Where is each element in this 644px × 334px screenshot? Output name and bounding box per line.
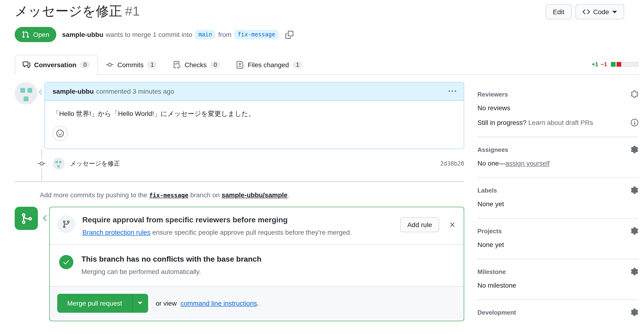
pr-header: メッセージを修正#1 Edit Code — [15, 3, 638, 20]
avatar-pixel — [20, 88, 25, 93]
branch-protection-rule-section: Require approval from specific reviewers… — [50, 208, 464, 245]
gear-icon[interactable] — [631, 309, 638, 316]
diffstat-block-neutral — [628, 62, 633, 67]
head-branch-label[interactable]: fix-message — [234, 30, 278, 40]
tab-checks-count: 0 — [210, 61, 220, 69]
diffstat-block-neutral — [634, 62, 638, 67]
smiley-reaction-icon[interactable] — [52, 126, 68, 141]
commit-sha-link[interactable]: 2d38b20 — [440, 160, 464, 167]
tab-conversation[interactable]: Conversation 0 — [15, 55, 98, 75]
diffstat: +1 −1 — [592, 61, 638, 74]
milestone-heading: Milestone — [478, 268, 506, 275]
tab-files-changed-label: Files changed — [248, 61, 289, 69]
diffstat-blocks — [610, 62, 638, 67]
edit-button-label: Edit — [553, 8, 564, 16]
pr-number: #1 — [125, 4, 140, 18]
commit-message-link[interactable]: メッセージを修正 — [70, 160, 120, 168]
diffstat-additions: +1 — [592, 61, 598, 68]
push-hint-repo-link[interactable]: sample-ubbu/sample — [222, 191, 288, 199]
git-commit-icon — [36, 159, 47, 169]
sidebar-section-reviewers: Reviewers No reviews Still in progress? … — [478, 84, 638, 138]
avatar-pixel — [59, 161, 62, 164]
tab-commits[interactable]: Commits 1 — [98, 55, 165, 75]
comment-discussion-icon — [23, 61, 30, 69]
merge-actions-footer: Merge pull request or view command line … — [50, 287, 464, 321]
labels-heading: Labels — [478, 187, 497, 194]
edit-button[interactable]: Edit — [546, 4, 571, 20]
sidebar-section-assignees: Assignees No one—assign yourself — [478, 138, 638, 178]
mergeability-section: This branch has no conflicts with the ba… — [50, 244, 464, 287]
comment-meta: commented 3 minutes ago — [96, 88, 174, 95]
diffstat-block-added — [611, 62, 616, 67]
pr-description-comment: sample-ubbu commented 3 minutes ago 「Hel… — [44, 82, 464, 149]
labels-empty-text: None yet — [478, 200, 638, 208]
assignees-heading: Assignees — [478, 146, 508, 153]
pr-sidebar: Reviewers No reviews Still in progress? … — [478, 82, 638, 327]
code-icon — [582, 8, 590, 16]
rule-subtitle-text: ensure specific people approve pull requ… — [152, 228, 352, 236]
base-branch-label[interactable]: main — [195, 30, 215, 40]
commit-row: メッセージを修正 2d38b20 — [15, 158, 464, 170]
chevron-down-icon — [612, 11, 617, 13]
kebab-menu-icon[interactable] — [448, 88, 456, 95]
sidebar-section-milestone: Milestone No milestone — [478, 260, 638, 300]
copy-icon[interactable] — [285, 31, 293, 39]
gear-icon[interactable] — [631, 187, 638, 194]
reviewers-empty-text: No reviews — [478, 104, 638, 112]
from-word: from — [218, 31, 232, 38]
tab-commits-count: 1 — [148, 61, 157, 69]
git-commit-icon — [106, 61, 114, 69]
avatar[interactable] — [15, 82, 38, 105]
close-icon[interactable] — [448, 221, 456, 229]
discussion-timeline: sample-ubbu commented 3 minutes ago 「Hel… — [15, 82, 464, 327]
code-button-label: Code — [593, 8, 609, 16]
file-diff-icon — [236, 61, 244, 69]
tab-checks[interactable]: Checks 0 — [165, 55, 228, 75]
projects-empty-text: None yet — [478, 241, 638, 248]
learn-draft-prs-link[interactable]: Learn about draft PRs — [528, 119, 593, 126]
chevron-down-icon — [138, 302, 143, 304]
add-rule-button-label: Add rule — [408, 221, 432, 229]
push-hint-suffix: . — [288, 191, 289, 199]
pull-request-page: メッセージを修正#1 Edit Code Open sample-ubbu wa… — [0, 0, 644, 334]
check-icon — [59, 255, 73, 269]
comment-body-text: 「Hello 世界!」から「Hello World!」にメッセージを変更しました… — [52, 109, 456, 119]
git-merge-icon — [15, 207, 38, 230]
diffstat-block-neutral — [622, 62, 627, 67]
tab-checks-label: Checks — [184, 61, 206, 69]
diffstat-block-deleted — [616, 62, 621, 67]
pr-author[interactable]: sample-ubbu — [62, 31, 104, 38]
sidebar-section-development: Development — [478, 300, 638, 327]
branch-protection-rules-link[interactable]: Branch protection rules — [82, 228, 150, 236]
pr-tab-nav: Conversation 0 Commits 1 Checks 0 Files … — [15, 55, 638, 75]
assign-yourself-link[interactable]: assign yourself — [505, 160, 550, 167]
gear-icon[interactable] — [631, 146, 638, 154]
merge-box: Require approval from specific reviewers… — [49, 207, 464, 321]
development-heading: Development — [478, 309, 516, 316]
cli-suffix: . — [257, 300, 259, 307]
avatar-pixel — [24, 97, 28, 102]
push-hint-middle: branch on — [190, 191, 220, 199]
git-branch-icon — [57, 216, 75, 234]
tab-files-changed[interactable]: Files changed 1 — [228, 55, 311, 75]
merge-pull-request-button[interactable]: Merge pull request — [57, 294, 132, 313]
add-rule-button[interactable]: Add rule — [400, 218, 439, 232]
sidebar-section-labels: Labels None yet — [478, 178, 638, 219]
commit-author-avatar[interactable] — [52, 158, 65, 170]
gear-icon[interactable] — [631, 268, 638, 276]
gear-icon[interactable] — [631, 227, 638, 235]
diffstat-deletions: −1 — [601, 61, 607, 68]
no-conflicts-title: This branch has no conflicts with the ba… — [82, 254, 262, 264]
code-button[interactable]: Code — [575, 4, 624, 20]
or-view-text: or view — [156, 300, 177, 307]
command-line-instructions-link[interactable]: command line instructions — [180, 300, 257, 307]
merge-options-dropdown[interactable] — [132, 294, 148, 313]
avatar-pixel — [55, 161, 58, 164]
gear-icon[interactable] — [631, 90, 638, 98]
pr-meta-row: Open sample-ubbu wants to merge 1 commit… — [15, 27, 638, 42]
milestone-empty-text: No milestone — [478, 282, 638, 289]
page-title: メッセージを修正#1 — [15, 3, 638, 20]
push-hint-branch-link[interactable]: fix-message — [149, 192, 188, 199]
comment-author[interactable]: sample-ubbu — [52, 88, 94, 95]
info-icon[interactable] — [631, 119, 638, 126]
